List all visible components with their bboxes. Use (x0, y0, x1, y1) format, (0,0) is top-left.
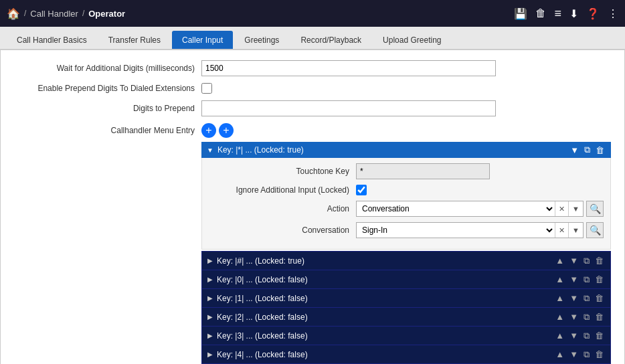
key-row-4-title: Key: |3| ... (Locked: false) (217, 331, 308, 341)
action-label: Action (209, 204, 356, 213)
digits-prepend-label: Digits to Prepend (14, 104, 201, 113)
action-select[interactable]: Conversation (357, 201, 555, 216)
key-row-0-copy-btn[interactable]: ⧉ (582, 256, 591, 266)
wait-digits-row: Wait for Additional Digits (milliseconds… (14, 60, 611, 76)
conversation-label: Conversation (209, 225, 356, 235)
expanded-key-left: ▼ Key: |*| ... (Locked: true) (207, 145, 304, 155)
key-row-4-up-btn[interactable]: ▲ (554, 331, 565, 341)
conversation-search-btn[interactable]: 🔍 (586, 222, 604, 238)
key-row-3-delete-btn[interactable]: 🗑 (594, 312, 605, 322)
key-row-4-down-btn[interactable]: ▼ (568, 331, 579, 341)
digits-prepend-row: Digits to Prepend (14, 100, 611, 116)
key-row-4-copy-btn[interactable]: ⧉ (582, 331, 591, 341)
add-button-2[interactable]: + (219, 123, 234, 138)
breadcrumb-area: 🏠 / Call Handler / Operator (7, 7, 125, 20)
key-row-2: ▶ Key: |1| ... (Locked: false) ▲ ▼ ⧉ 🗑 (202, 289, 610, 308)
action-search-btn[interactable]: 🔍 (586, 201, 604, 217)
key-row-1-delete-btn[interactable]: 🗑 (594, 274, 605, 284)
conversation-select[interactable]: Sign-In (357, 223, 555, 238)
delete-icon[interactable]: 🗑 (535, 7, 546, 19)
more-icon[interactable]: ⋮ (608, 7, 618, 20)
expanded-key-body: Touchtone Key Ignore Additional Input (L… (201, 158, 611, 250)
key-row-2-delete-btn[interactable]: 🗑 (594, 293, 605, 303)
key-row-1-copy-btn[interactable]: ⧉ (582, 274, 591, 285)
ignore-input-row: Ignore Additional Input (Locked) (209, 185, 604, 195)
expanded-copy-btn[interactable]: ⧉ (583, 145, 592, 155)
action-row: Action Conversation ✕ ▼ 🔍 (209, 201, 604, 217)
key-row-5-up-btn[interactable]: ▲ (554, 349, 565, 359)
digits-prepend-input[interactable] (201, 100, 496, 116)
menu-entry-section: Callhandler Menu Entry + + ▼ Key: |*| ..… (14, 123, 611, 364)
ignore-input-label: Ignore Additional Input (Locked) (209, 185, 356, 195)
key-row-4-delete-btn[interactable]: 🗑 (594, 331, 605, 341)
prepend-digits-checkbox[interactable] (201, 83, 212, 94)
key-row-0-expand-icon[interactable]: ▶ (207, 257, 213, 264)
expanded-key-title: Key: |*| ... (Locked: true) (217, 145, 304, 155)
prepend-digits-row: Enable Prepend Digits To Dialed Extensio… (14, 83, 611, 94)
key-row-3: ▶ Key: |2| ... (Locked: false) ▲ ▼ ⧉ 🗑 (202, 308, 610, 327)
key-row-1: ▶ Key: |0| ... (Locked: false) ▲ ▼ ⧉ 🗑 (202, 270, 610, 289)
key-row-0-delete-btn[interactable]: 🗑 (594, 256, 605, 266)
ignore-input-checkbox[interactable] (356, 185, 367, 195)
collapsed-keys-container: ▶ Key: |#| ... (Locked: true) ▲ ▼ ⧉ 🗑 ▶ … (201, 251, 611, 364)
menu-entry-label: Callhandler Menu Entry (14, 123, 201, 135)
conversation-clear-btn[interactable]: ✕ (555, 223, 568, 238)
key-row-1-down-btn[interactable]: ▼ (568, 274, 579, 284)
help-icon[interactable]: ❓ (586, 7, 600, 20)
action-clear-btn[interactable]: ✕ (555, 201, 568, 216)
key-row-0-down-btn[interactable]: ▼ (568, 256, 579, 266)
touchtone-input[interactable] (356, 163, 490, 179)
key-row-4-left: ▶ Key: |3| ... (Locked: false) (207, 331, 308, 341)
key-row-0-title: Key: |#| ... (Locked: true) (217, 256, 304, 266)
key-row-4-expand-icon[interactable]: ▶ (207, 332, 213, 339)
download-icon[interactable]: ⬇ (569, 7, 578, 20)
expanded-chevron-icon[interactable]: ▼ (207, 147, 213, 154)
key-row-4-right: ▲ ▼ ⧉ 🗑 (554, 331, 605, 341)
key-row-0-right: ▲ ▼ ⧉ 🗑 (554, 256, 605, 266)
key-row-1-up-btn[interactable]: ▲ (554, 274, 565, 284)
key-row-3-down-btn[interactable]: ▼ (568, 312, 579, 322)
key-row-5-expand-icon[interactable]: ▶ (207, 351, 213, 358)
key-row-5: ▶ Key: |4| ... (Locked: false) ▲ ▼ ⧉ 🗑 (202, 345, 610, 364)
key-row-0-up-btn[interactable]: ▲ (554, 256, 565, 266)
key-row-1-expand-icon[interactable]: ▶ (207, 276, 213, 283)
tab-record-playback[interactable]: Record/Playback (290, 31, 371, 49)
menu-icon[interactable]: ≡ (554, 7, 561, 21)
key-row-2-title: Key: |1| ... (Locked: false) (217, 294, 308, 303)
breadcrumb-operator: Operator (88, 9, 125, 19)
key-row-5-down-btn[interactable]: ▼ (568, 349, 579, 359)
key-row-5-title: Key: |4| ... (Locked: false) (217, 350, 308, 359)
wait-digits-input[interactable] (201, 60, 496, 76)
tab-greetings[interactable]: Greetings (234, 31, 289, 49)
key-row-5-copy-btn[interactable]: ⧉ (582, 349, 591, 360)
expanded-dropdown-btn[interactable]: ▼ (569, 145, 580, 155)
breadcrumb-call-handler[interactable]: Call Handler (30, 9, 78, 19)
key-row-2-right: ▲ ▼ ⧉ 🗑 (554, 293, 605, 304)
conversation-select-wrapper: Sign-In ✕ ▼ 🔍 (356, 222, 604, 238)
key-row-3-up-btn[interactable]: ▲ (554, 312, 565, 322)
key-row-2-copy-btn[interactable]: ⧉ (582, 293, 591, 304)
top-bar: 🏠 / Call Handler / Operator 💾 🗑 ≡ ⬇ ❓ ⋮ (0, 0, 625, 27)
home-icon[interactable]: 🏠 (7, 7, 20, 20)
key-row-4: ▶ Key: |3| ... (Locked: false) ▲ ▼ ⧉ 🗑 (202, 327, 610, 345)
add-button-1[interactable]: + (201, 123, 216, 138)
expanded-delete-btn[interactable]: 🗑 (594, 145, 606, 155)
key-row-3-expand-icon[interactable]: ▶ (207, 313, 213, 321)
tab-upload-greeting[interactable]: Upload Greeting (373, 31, 451, 49)
save-icon[interactable]: 💾 (514, 7, 527, 20)
breadcrumb-sep-1: / (24, 9, 26, 18)
key-row-3-right: ▲ ▼ ⧉ 🗑 (554, 312, 605, 323)
tab-transfer-rules[interactable]: Transfer Rules (98, 31, 171, 49)
key-row-2-down-btn[interactable]: ▼ (568, 293, 579, 303)
key-row-5-delete-btn[interactable]: 🗑 (594, 349, 605, 359)
action-dropdown-btn[interactable]: ▼ (568, 201, 583, 216)
key-row-2-expand-icon[interactable]: ▶ (207, 294, 213, 302)
top-bar-actions: 💾 🗑 ≡ ⬇ ❓ ⋮ (514, 7, 618, 21)
conversation-dropdown-btn[interactable]: ▼ (568, 223, 583, 238)
tab-call-handler-basics[interactable]: Call Handler Basics (7, 31, 97, 49)
key-row-3-copy-btn[interactable]: ⧉ (582, 312, 591, 323)
key-row-3-left: ▶ Key: |2| ... (Locked: false) (207, 312, 308, 322)
key-row-2-up-btn[interactable]: ▲ (554, 293, 565, 303)
tab-caller-input[interactable]: Caller Input (172, 31, 233, 49)
key-row-1-title: Key: |0| ... (Locked: false) (217, 275, 308, 284)
